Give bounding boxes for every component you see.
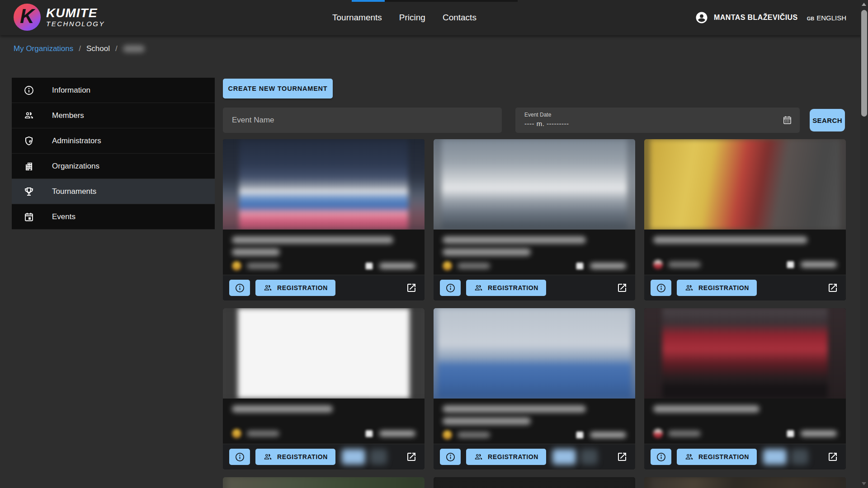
- sidebar-item-administrators[interactable]: Administrators: [12, 128, 215, 154]
- sidebar-item-information[interactable]: Information: [12, 78, 215, 103]
- event-date-label: Event Date: [524, 112, 791, 118]
- info-button[interactable]: [440, 280, 461, 296]
- registration-button[interactable]: REGISTRATION: [677, 280, 757, 296]
- nav-item-tournaments[interactable]: Tournaments: [332, 13, 382, 23]
- registration-button[interactable]: REGISTRATION: [466, 449, 546, 465]
- tournament-title-blurred: [443, 405, 626, 430]
- info-button[interactable]: [229, 280, 250, 296]
- event-date-blurred: [590, 432, 626, 438]
- open-in-new-button[interactable]: [615, 281, 629, 295]
- tournament-card: [434, 477, 635, 488]
- scrollbar-up-arrow[interactable]: [862, 3, 866, 6]
- open-in-new-button[interactable]: [405, 281, 418, 295]
- calendar-picker-icon[interactable]: [782, 115, 793, 125]
- breadcrumb-school[interactable]: School: [86, 44, 110, 53]
- open-in-new-button[interactable]: [615, 450, 629, 464]
- sidebar-item-label: Information: [52, 86, 90, 95]
- calendar-icon: [786, 428, 795, 438]
- calendar-icon: [364, 428, 374, 438]
- nav-item-pricing[interactable]: Pricing: [399, 13, 425, 23]
- nav-item-contacts[interactable]: Contacts: [443, 13, 476, 23]
- tournament-card-actions: REGISTRATION: [644, 275, 846, 300]
- main-content: CREATE NEW TOURNAMENT Event Date ---- m.…: [223, 78, 846, 99]
- event-date-blurred: [801, 431, 837, 436]
- blurred-action-button[interactable]: [370, 449, 387, 465]
- sidebar-item-tournaments[interactable]: Tournaments: [12, 179, 215, 204]
- country-name-blurred: [668, 431, 701, 436]
- organizations-icon: [24, 161, 34, 172]
- open-in-new-button[interactable]: [405, 450, 418, 464]
- registration-button-label: REGISTRATION: [488, 284, 538, 291]
- info-button[interactable]: [440, 449, 461, 465]
- create-new-tournament-button[interactable]: CREATE NEW TOURNAMENT: [223, 79, 333, 99]
- search-button[interactable]: SEARCH: [810, 109, 845, 131]
- info-icon: [24, 85, 34, 96]
- event-date-value: ---- m. ---------: [524, 120, 791, 127]
- tournament-card: [223, 477, 425, 488]
- tournament-card-actions: REGISTRATION: [223, 444, 425, 469]
- tournament-image: [223, 477, 425, 488]
- info-button[interactable]: [651, 449, 671, 465]
- calendar-icon: [575, 261, 585, 271]
- tournament-card: REGISTRATION: [223, 139, 425, 300]
- info-button[interactable]: [229, 449, 250, 465]
- country-name-blurred: [668, 262, 701, 267]
- tournament-image: [223, 139, 425, 230]
- breadcrumb: My Organizations / School /: [14, 44, 145, 53]
- sidebar-item-events[interactable]: Events: [12, 204, 215, 230]
- open-in-new-button[interactable]: [826, 450, 840, 464]
- brand-subtitle: TECHNOLOGY: [46, 19, 105, 28]
- country-flag: [443, 261, 452, 271]
- breadcrumb-separator: /: [79, 44, 81, 53]
- registration-button-label: REGISTRATION: [698, 453, 749, 460]
- breadcrumb-my-organizations[interactable]: My Organizations: [14, 44, 73, 53]
- registration-button[interactable]: REGISTRATION: [677, 449, 757, 465]
- event-date-blurred: [801, 262, 837, 267]
- user-menu[interactable]: MANTAS BLAŽEVIČIUS GB ENGLISH: [695, 0, 846, 35]
- event-date-blurred: [379, 431, 415, 436]
- tournament-image: [644, 308, 846, 399]
- event-date-field[interactable]: Event Date ---- m. ---------: [515, 108, 800, 133]
- calendar-icon: [786, 259, 795, 269]
- blurred-action-button[interactable]: [580, 449, 598, 465]
- info-button[interactable]: [651, 280, 671, 296]
- sidebar-item-members[interactable]: Members: [12, 103, 215, 128]
- blurred-action-button[interactable]: [342, 449, 365, 465]
- tournament-card-body: [223, 399, 425, 444]
- breadcrumb-current-blurred: [123, 45, 145, 52]
- language-selector[interactable]: GB ENGLISH: [807, 14, 846, 22]
- blurred-action-button[interactable]: [552, 449, 576, 465]
- language-label: ENGLISH: [816, 14, 846, 22]
- brand[interactable]: K KUMITE TECHNOLOGY: [14, 4, 105, 31]
- calendar-icon: [364, 261, 374, 271]
- brand-logo: K: [14, 4, 41, 31]
- tournament-image: [644, 477, 846, 488]
- tournament-card-grid-next-row: [223, 477, 846, 488]
- registration-button-label: REGISTRATION: [277, 453, 328, 460]
- open-in-new-button[interactable]: [826, 281, 840, 295]
- trophy-icon: [24, 186, 34, 197]
- sidebar-item-label: Organizations: [52, 162, 99, 171]
- scrollbar-down-arrow[interactable]: [862, 482, 866, 485]
- top-tab-indicator: [352, 0, 385, 2]
- event-name-input[interactable]: [223, 108, 502, 133]
- registration-button[interactable]: REGISTRATION: [466, 280, 546, 296]
- sidebar-item-organizations[interactable]: Organizations: [12, 154, 215, 179]
- tournament-image: [434, 139, 635, 230]
- registration-button[interactable]: REGISTRATION: [255, 280, 335, 296]
- blurred-action-button[interactable]: [763, 449, 787, 465]
- language-code: GB: [807, 16, 815, 21]
- registration-button[interactable]: REGISTRATION: [255, 449, 335, 465]
- tournament-image: [644, 139, 846, 230]
- tournament-card-actions: REGISTRATION: [223, 275, 425, 300]
- tournament-card-actions: REGISTRATION: [434, 444, 635, 469]
- scrollbar-thumb[interactable]: [861, 10, 867, 117]
- tournament-title-blurred: [443, 236, 626, 261]
- country-name-blurred: [458, 432, 490, 438]
- search-row: Event Date ---- m. --------- SEARCH: [223, 108, 846, 133]
- registration-button-label: REGISTRATION: [277, 284, 328, 291]
- page-scrollbar[interactable]: [860, 0, 868, 488]
- admin-shield-icon: [24, 136, 34, 146]
- blurred-action-button[interactable]: [791, 449, 808, 465]
- navbar: K KUMITE TECHNOLOGY TournamentsPricingCo…: [0, 0, 868, 35]
